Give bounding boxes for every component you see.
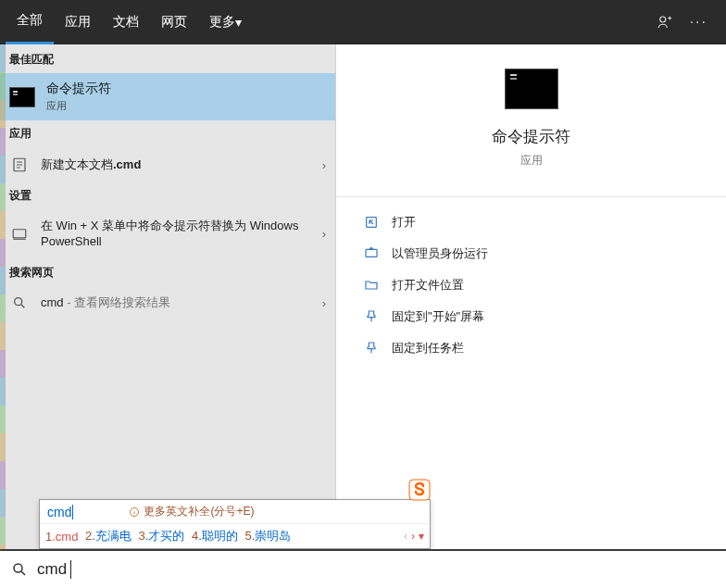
best-match-item[interactable]: 命令提示符 应用 <box>0 73 335 120</box>
action-pin-start[interactable]: 固定到"开始"屏幕 <box>336 301 726 332</box>
web-result-label: cmd - 查看网络搜索结果 <box>41 295 311 311</box>
search-box[interactable]: cmd <box>0 549 726 588</box>
options-icon[interactable]: ··· <box>690 14 707 31</box>
action-open[interactable]: 打开 <box>336 206 726 238</box>
tab-apps[interactable]: 应用 <box>54 0 102 44</box>
best-match-type: 应用 <box>46 99 111 113</box>
best-match-name: 命令提示符 <box>46 81 111 97</box>
pin-icon <box>364 341 379 356</box>
app-result-label: 新建文本文档.cmd <box>41 157 311 173</box>
ime-candidate[interactable]: 3.才买的 <box>135 528 184 544</box>
web-result-item[interactable]: cmd - 查看网络搜索结果 › <box>0 286 335 320</box>
setting-result-label: 在 Win + X 菜单中将命令提示符替换为 Windows PowerShel… <box>41 219 311 250</box>
info-icon <box>129 507 140 518</box>
left-accent-stripe <box>0 44 6 549</box>
setting-icon <box>9 226 30 243</box>
section-web: 搜索网页 <box>0 259 335 286</box>
search-scope-tabs: 全部 应用 文档 网页 更多 ▾ ··· <box>0 0 726 44</box>
text-caret <box>70 560 71 579</box>
ime-prev-icon[interactable]: ‹ <box>404 530 407 543</box>
shield-icon <box>364 246 379 261</box>
ime-expand-icon[interactable]: ▾ <box>419 530 424 543</box>
chevron-right-icon: › <box>322 158 326 172</box>
tab-more[interactable]: 更多 ▾ <box>198 0 253 44</box>
svg-point-8 <box>14 564 22 572</box>
section-best-match: 最佳匹配 <box>0 44 335 73</box>
section-apps: 应用 <box>0 120 335 147</box>
ime-next-icon[interactable]: › <box>411 530 415 543</box>
tab-all[interactable]: 全部 <box>6 0 54 44</box>
chevron-right-icon: › <box>322 296 326 310</box>
pin-icon <box>364 309 379 324</box>
svg-point-0 <box>659 17 665 22</box>
chevron-right-icon: › <box>322 227 326 241</box>
search-query-text: cmd <box>37 560 67 579</box>
svg-rect-2 <box>13 230 26 238</box>
tab-web[interactable]: 网页 <box>150 0 198 44</box>
ime-candidate[interactable]: 4.聪明的 <box>188 528 237 544</box>
section-settings: 设置 <box>0 182 335 209</box>
folder-icon <box>364 278 379 293</box>
sogou-logo-icon <box>408 479 431 501</box>
ime-candidate[interactable]: 2.充满电 <box>81 528 131 544</box>
ime-candidate[interactable]: 1.cmd <box>45 530 78 544</box>
svg-point-3 <box>15 298 22 306</box>
cmd-icon <box>9 87 35 107</box>
results-list: 最佳匹配 命令提示符 应用 应用 新建文本文档.cmd › 设置 在 Win +… <box>0 44 335 549</box>
preview-pane: 命令提示符 应用 打开 以管理员身份运行 打开文件位置 固定到"开始"屏幕 <box>335 44 726 549</box>
action-pin-taskbar[interactable]: 固定到任务栏 <box>336 332 726 364</box>
search-icon <box>9 295 30 310</box>
ime-composition: cmd <box>47 505 73 519</box>
app-result-item[interactable]: 新建文本文档.cmd › <box>0 147 335 182</box>
open-icon <box>364 215 379 230</box>
svg-rect-5 <box>366 249 377 256</box>
setting-result-item[interactable]: 在 Win + X 菜单中将命令提示符替换为 Windows PowerShel… <box>0 209 335 259</box>
action-open-location[interactable]: 打开文件位置 <box>336 269 726 301</box>
ime-candidate-window: cmd 更多英文补全(分号+E) 1.cmd 2.充满电 3.才买的 4.聪明的… <box>39 499 431 549</box>
search-icon <box>11 561 28 578</box>
ime-candidate[interactable]: 5.崇明岛 <box>242 528 291 544</box>
feedback-icon[interactable] <box>657 14 673 31</box>
action-run-admin[interactable]: 以管理员身份运行 <box>336 238 726 269</box>
tab-documents[interactable]: 文档 <box>102 0 150 44</box>
document-icon <box>9 156 30 173</box>
preview-title: 命令提示符 <box>492 126 570 147</box>
preview-subtitle: 应用 <box>520 153 543 169</box>
preview-app-icon <box>505 69 558 109</box>
ime-hint: 更多英文补全(分号+E) <box>129 504 254 519</box>
